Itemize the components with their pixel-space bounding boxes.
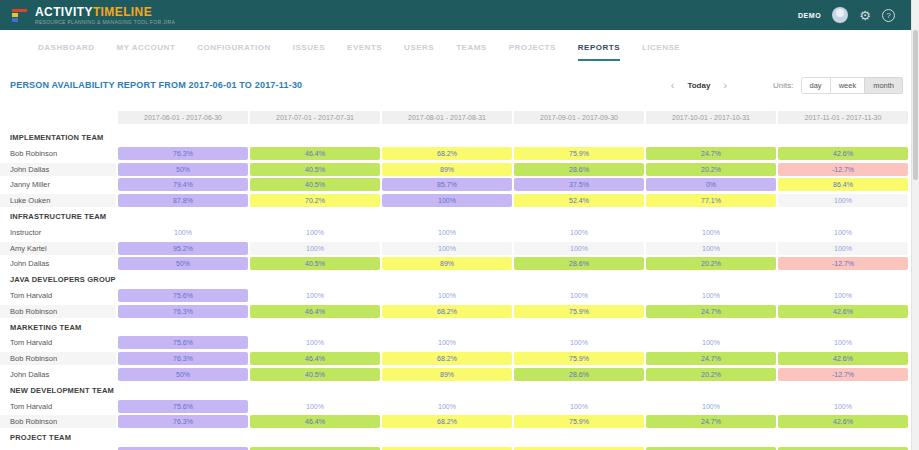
team-header-infrastructure-team: INFRASTRUCTURE TEAM: [0, 210, 919, 223]
availability-cell: 24.7%: [646, 147, 776, 160]
unit-button-month[interactable]: month: [864, 77, 903, 94]
availability-cell: 46.4%: [250, 352, 380, 365]
availability-cell: 28.6%: [514, 257, 644, 270]
availability-table: 2017-06-01 - 2017-06-302017-07-01 - 2017…: [0, 111, 919, 450]
person-name: Bob Robinson: [0, 305, 116, 318]
availability-cell: 100%: [778, 194, 908, 207]
team-header-java-developers-group: JAVA DEVELOPERS GROUP: [0, 273, 919, 286]
app-logo-icon[interactable]: [12, 9, 27, 22]
availability-cell: 100%: [778, 336, 908, 349]
availability-cell: 46.4%: [250, 415, 380, 428]
availability-cell: 100%: [382, 336, 512, 349]
availability-cell: 20.2%: [646, 368, 776, 381]
availability-cell: 85.7%: [382, 178, 512, 191]
nav-item-my-account[interactable]: MY ACCOUNT: [117, 43, 176, 61]
page-title: PERSON AVAILABILITY REPORT FROM 2017-06-…: [10, 80, 302, 90]
settings-gear-icon[interactable]: ⚙: [859, 9, 871, 22]
prev-arrow-icon[interactable]: ‹: [671, 80, 675, 91]
person-name: Luke Ouken: [0, 194, 116, 207]
availability-cell: 52.4%: [514, 194, 644, 207]
availability-cell: 100%: [250, 289, 380, 302]
app-header: ACTIVITYTIMELINE RESOURCE PLANNING & MAN…: [0, 0, 919, 30]
availability-cell: 100%: [250, 336, 380, 349]
nav-item-configuration[interactable]: CONFIGURATION: [197, 43, 270, 61]
availability-cell: 100%: [778, 400, 908, 413]
table-row: John Dallas50%40.5%89%28.6%20.2%-12.7%: [0, 257, 919, 270]
availability-cell: -12.7%: [778, 368, 908, 381]
table-row: John Dallas50%40.5%89%28.6%20.2%-12.7%: [0, 163, 919, 176]
person-name: Amy Kartel: [0, 242, 116, 255]
help-icon[interactable]: ?: [882, 9, 895, 22]
availability-cell: 50%: [118, 163, 248, 176]
availability-cell: 100%: [514, 226, 644, 239]
page: ACTIVITYTIMELINE RESOURCE PLANNING & MAN…: [0, 0, 919, 450]
date-navigation: ‹ Today ›: [671, 80, 727, 91]
availability-cell: 28.6%: [514, 163, 644, 176]
user-avatar[interactable]: [832, 7, 848, 23]
nav-item-events[interactable]: EVENTS: [347, 43, 382, 61]
availability-cell: 20.2%: [646, 257, 776, 270]
scrollbar[interactable]: [911, 0, 919, 450]
availability-cell: 42.6%: [778, 352, 908, 365]
availability-cell: 75.9%: [514, 147, 644, 160]
person-name: Bob Robinson: [0, 352, 116, 365]
units-label: Units:: [773, 81, 793, 90]
next-arrow-icon[interactable]: ›: [723, 80, 727, 91]
availability-cell: 100%: [646, 289, 776, 302]
availability-cell: 20.2%: [646, 163, 776, 176]
availability-cell: 75.6%: [118, 336, 248, 349]
availability-cell: 100%: [250, 400, 380, 413]
availability-cell: 100%: [514, 336, 644, 349]
nav-item-teams[interactable]: TEAMS: [456, 43, 487, 61]
current-user-label: DEMO: [798, 12, 821, 19]
availability-cell: 76.3%: [118, 147, 248, 160]
availability-cell: 40.5%: [250, 163, 380, 176]
availability-cell: 24.7%: [646, 352, 776, 365]
table-row: John Dallas50%40.5%89%28.6%20.2%-12.7%: [0, 368, 919, 381]
availability-cell: 50%: [118, 368, 248, 381]
app-brand: ACTIVITYTIMELINE RESOURCE PLANNING & MAN…: [35, 6, 175, 25]
app-tagline: RESOURCE PLANNING & MANAGING TOOL FOR JI…: [35, 19, 175, 25]
nav-item-users[interactable]: USERS: [404, 43, 434, 61]
column-header: 2017-11-01 - 2017-11-30: [778, 111, 908, 124]
availability-cell: 100%: [778, 289, 908, 302]
table-header-row: 2017-06-01 - 2017-06-302017-07-01 - 2017…: [0, 111, 919, 124]
today-button[interactable]: Today: [687, 81, 710, 90]
availability-cell: -12.7%: [778, 163, 908, 176]
nav-item-dashboard[interactable]: DASHBOARD: [38, 43, 95, 61]
availability-cell: 40.5%: [250, 178, 380, 191]
person-name: John Dallas: [0, 368, 116, 381]
availability-cell: 68.2%: [382, 415, 512, 428]
nav-item-reports[interactable]: REPORTS: [578, 43, 620, 61]
unit-button-day[interactable]: day: [801, 77, 831, 94]
availability-cell: 100%: [250, 242, 380, 255]
person-name: Tom Harvald: [0, 336, 116, 349]
availability-cell: 100%: [382, 242, 512, 255]
availability-cell: 37.5%: [514, 178, 644, 191]
nav: DASHBOARDMY ACCOUNTCONFIGURATIONISSUESEV…: [0, 30, 919, 61]
report-bar: PERSON AVAILABILITY REPORT FROM 2017-06-…: [10, 78, 903, 92]
table-row: Tom Harvald75.6%100%100%100%100%100%: [0, 336, 919, 349]
availability-cell: 87.8%: [118, 194, 248, 207]
availability-cell: 76.3%: [118, 415, 248, 428]
availability-cell: 46.4%: [250, 147, 380, 160]
availability-cell: 40.5%: [250, 368, 380, 381]
column-header: 2017-09-01 - 2017-09-30: [514, 111, 644, 124]
availability-cell: 42.6%: [778, 305, 908, 318]
unit-button-week[interactable]: week: [830, 77, 866, 94]
availability-cell: 100%: [382, 289, 512, 302]
table-row: Luke Ouken87.8%70.2%100%52.4%77.1%100%: [0, 194, 919, 207]
availability-cell: 100%: [778, 242, 908, 255]
availability-cell: 75.9%: [514, 352, 644, 365]
availability-cell: 42.6%: [778, 147, 908, 160]
nav-item-issues[interactable]: ISSUES: [293, 43, 325, 61]
nav-item-license[interactable]: LICENSE: [642, 43, 680, 61]
team-header-project-team: PROJECT TEAM: [0, 431, 919, 444]
scrollbar-thumb[interactable]: [913, 30, 918, 180]
header-actions: DEMO ⚙ ?: [798, 7, 895, 23]
table-row: Instructor100%100%100%100%100%100%: [0, 226, 919, 239]
nav-item-projects[interactable]: PROJECTS: [509, 43, 556, 61]
table-row: Bob Robinson76.3%46.4%68.2%75.9%24.7%42.…: [0, 415, 919, 428]
team-header-marketing-team: MARKETING TEAM: [0, 321, 919, 334]
availability-cell: 75.6%: [118, 289, 248, 302]
